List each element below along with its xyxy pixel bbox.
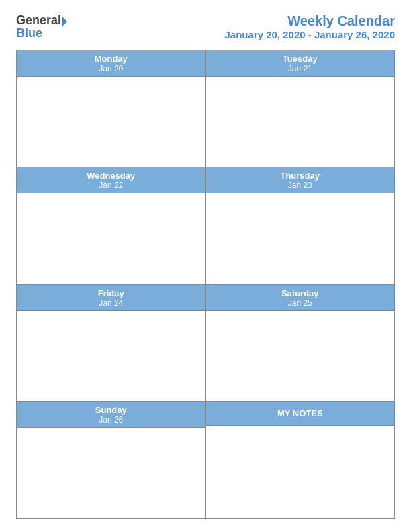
tuesday-header: Tuesday Jan 21	[206, 50, 395, 77]
calendar-grid: Monday Jan 20 Tuesday Jan 21 Wednesday J…	[16, 50, 395, 519]
sunday-body	[17, 428, 205, 518]
day-thursday: Thursday Jan 23	[206, 167, 395, 283]
tuesday-date: Jan 21	[206, 64, 395, 73]
wednesday-body	[17, 193, 205, 283]
monday-name: Monday	[17, 54, 205, 64]
logo: General Blue	[16, 13, 67, 40]
my-notes-cell: MY NOTES	[206, 402, 395, 518]
sunday-name: Sunday	[17, 405, 205, 415]
calendar-title: Weekly Calendar	[224, 13, 395, 29]
monday-body	[17, 77, 205, 167]
header-title: Weekly Calendar January 20, 2020 - Janua…	[224, 13, 395, 40]
calendar-row-4: Sunday Jan 26 MY NOTES	[17, 402, 394, 518]
logo-general: General	[16, 13, 61, 28]
friday-date: Jan 24	[17, 298, 205, 308]
thursday-name: Thursday	[206, 171, 395, 181]
calendar-row-3: Friday Jan 24 Saturday Jan 25	[17, 285, 394, 402]
day-wednesday: Wednesday Jan 22	[17, 167, 206, 283]
saturday-name: Saturday	[206, 288, 395, 298]
day-sunday: Sunday Jan 26	[17, 402, 206, 518]
thursday-body	[206, 193, 395, 283]
saturday-body	[206, 311, 395, 401]
day-saturday: Saturday Jan 25	[206, 285, 395, 401]
wednesday-header: Wednesday Jan 22	[17, 167, 205, 193]
notes-body	[206, 426, 395, 518]
friday-header: Friday Jan 24	[17, 285, 205, 311]
tuesday-name: Tuesday	[206, 54, 395, 64]
page: General Blue Weekly Calendar January 20,…	[0, 0, 411, 532]
day-friday: Friday Jan 24	[17, 285, 206, 401]
logo-blue: Blue	[16, 26, 42, 40]
day-monday: Monday Jan 20	[17, 50, 206, 167]
thursday-date: Jan 23	[206, 181, 395, 190]
logo-triangle-icon	[62, 16, 67, 27]
sunday-date: Jan 26	[17, 415, 205, 425]
day-tuesday: Tuesday Jan 21	[206, 50, 395, 167]
monday-header: Monday Jan 20	[17, 50, 205, 77]
sunday-header: Sunday Jan 26	[17, 402, 205, 428]
saturday-header: Saturday Jan 25	[206, 285, 395, 311]
friday-body	[17, 311, 205, 401]
friday-name: Friday	[17, 288, 205, 298]
wednesday-name: Wednesday	[17, 171, 205, 181]
notes-label: MY NOTES	[277, 408, 323, 418]
calendar-row-1: Monday Jan 20 Tuesday Jan 21	[17, 50, 394, 167]
notes-header: MY NOTES	[206, 402, 395, 426]
tuesday-body	[206, 77, 395, 167]
calendar-date-range: January 20, 2020 - January 26, 2020	[224, 29, 395, 40]
thursday-header: Thursday Jan 23	[206, 167, 395, 193]
header: General Blue Weekly Calendar January 20,…	[16, 13, 395, 40]
calendar-row-2: Wednesday Jan 22 Thursday Jan 23	[17, 167, 394, 284]
monday-date: Jan 20	[17, 64, 205, 73]
saturday-date: Jan 25	[206, 298, 395, 308]
wednesday-date: Jan 22	[17, 181, 205, 190]
